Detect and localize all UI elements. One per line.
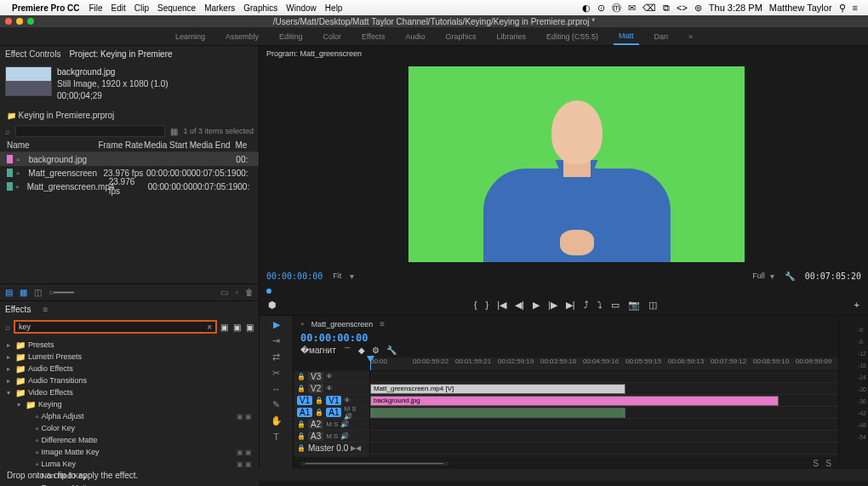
minimize-icon[interactable] (16, 18, 23, 25)
track-row-master[interactable] (370, 443, 838, 455)
menu-file[interactable]: File (89, 3, 102, 13)
zoom-slider[interactable]: ○━━━━ (49, 288, 74, 297)
tab-effects[interactable]: Effects (5, 305, 31, 314)
effects-tree-item[interactable]: ▫Luma Key▣ ▣ (0, 458, 259, 470)
track-row-v3[interactable] (370, 371, 838, 383)
col-media-end[interactable]: Media End (190, 140, 236, 150)
freeform-icon[interactable]: ◫ (34, 288, 42, 297)
status-icon[interactable]: ⓜ (612, 2, 621, 14)
workspace-tab[interactable]: Editing (CS5.5) (541, 29, 603, 44)
track-row-a2[interactable] (370, 419, 838, 431)
sequence-name[interactable]: Matt_greenscreen (311, 320, 374, 329)
status-icon[interactable]: ✉ (628, 3, 636, 14)
go-out-icon[interactable]: ▶| (566, 300, 575, 311)
menu-sequence[interactable]: Sequence (157, 3, 196, 13)
project-row[interactable]: ▫background.jpg00: (0, 152, 259, 166)
mark-out-icon[interactable]: } (486, 300, 489, 310)
wifi-icon[interactable]: ⊚ (694, 3, 702, 14)
selection-tool-icon[interactable]: ▶ (273, 319, 280, 330)
workspace-tab[interactable]: Graphics (440, 29, 481, 44)
effects-tree-item[interactable]: ▸📁Presets (0, 339, 259, 351)
track-row-v1[interactable]: background.jpg (370, 395, 838, 407)
traffic-lights[interactable] (5, 18, 34, 25)
status-icon[interactable]: ⌫ (642, 3, 656, 14)
workspace-tab[interactable]: Color (318, 29, 347, 44)
menu-edit[interactable]: Edit (111, 3, 126, 13)
project-row[interactable]: ▫Matt_greenscreen.mp423.976 fps00:00:00:… (0, 180, 259, 193)
track-master[interactable]: 🔒Master 0.0▶◀ (294, 443, 369, 455)
fx-badge-icon[interactable]: ▣ (233, 323, 241, 332)
track-v2[interactable]: 🔒V2👁 (294, 383, 369, 395)
workspace-tab[interactable]: Learning (170, 29, 210, 44)
type-tool-icon[interactable]: T (273, 432, 279, 442)
wrench-icon[interactable]: 🔧 (785, 272, 795, 281)
link-icon[interactable]: ⌒ (343, 346, 351, 357)
new-bin-icon[interactable]: ▭ (220, 288, 228, 297)
workspace-tab[interactable]: Dan (649, 29, 674, 44)
workspace-tab[interactable]: Effects (357, 29, 390, 44)
track-row-v2[interactable]: Matt_greenscreen.mp4 [V] (370, 383, 838, 395)
clip-still[interactable]: background.jpg (370, 396, 779, 406)
program-timecode[interactable]: 00:00:00:00 (266, 272, 323, 281)
effects-tree-item[interactable]: ▫Remove Matte (0, 482, 259, 486)
timeline-timecode[interactable]: 00:00:00:00 (300, 332, 368, 344)
fx-badge-icon[interactable]: ▣ (246, 323, 254, 332)
settings-icon[interactable]: ⚙ (372, 346, 380, 357)
clip-thumbnail[interactable] (5, 66, 52, 96)
track-row-a3[interactable] (370, 431, 838, 443)
effects-search-input[interactable] (19, 323, 207, 331)
trash-icon[interactable]: 🗑 (245, 288, 254, 297)
effects-tree-item[interactable]: ▫Difference Matte (0, 434, 259, 446)
step-fwd-icon[interactable]: |▶ (548, 300, 557, 311)
extract-icon[interactable]: ⤵ (597, 300, 602, 310)
track-row-a1[interactable] (370, 407, 838, 419)
spotlight-icon[interactable]: ⚲ (839, 3, 846, 14)
status-icon[interactable]: ◐ (582, 3, 591, 14)
clear-search-icon[interactable]: × (207, 323, 212, 332)
app-name[interactable]: Premiere Pro CC (12, 3, 79, 13)
col-me[interactable]: Me (235, 140, 252, 150)
program-viewport[interactable] (408, 66, 745, 262)
pen-tool-icon[interactable]: ✎ (272, 399, 280, 410)
effects-tree-item[interactable]: ▸📁Lumetri Presets (0, 351, 259, 363)
fx-badge-icon[interactable]: ▣ (220, 323, 228, 332)
col-name[interactable]: Name (7, 140, 98, 150)
marker-icon[interactable]: ◆ (358, 346, 365, 357)
col-framerate[interactable]: Frame Rate (98, 140, 144, 150)
track-v3[interactable]: 🔒V3👁 (294, 371, 369, 383)
effects-tree-item[interactable]: ▫Image Matte Key▣ ▣ (0, 446, 259, 458)
workspace-tab[interactable]: Libraries (491, 29, 531, 44)
menu-help[interactable]: Help (325, 3, 343, 13)
tab-effect-controls[interactable]: Effect Controls (5, 49, 60, 59)
snap-icon[interactable]: �магнит (300, 346, 336, 357)
button-editor-icon[interactable]: + (854, 300, 859, 310)
clip-video[interactable]: Matt_greenscreen.mp4 [V] (370, 384, 625, 394)
effects-tree-item[interactable]: ▾📁Keying (0, 398, 259, 410)
fit-dropdown[interactable]: Fit (333, 272, 341, 280)
camera-icon[interactable]: 📷 (628, 300, 640, 311)
play-icon[interactable]: ▶ (533, 300, 540, 311)
maximize-icon[interactable] (27, 18, 34, 25)
bin-icon[interactable]: ▦ (170, 127, 178, 136)
new-item-icon[interactable]: ▫ (235, 288, 238, 297)
user-name[interactable]: Matthew Taylor (769, 3, 832, 13)
mark-in-icon[interactable]: { (474, 300, 477, 310)
status-icon[interactable]: ⊙ (597, 3, 605, 14)
col-media-start[interactable]: Media Start (144, 140, 190, 150)
hand-tool-icon[interactable]: ✋ (271, 415, 283, 426)
effects-tree-item[interactable]: ▾📁Video Effects (0, 386, 259, 398)
compare-icon[interactable]: ◫ (648, 300, 657, 311)
effects-tree-item[interactable]: ▸📁Audio Effects (0, 363, 259, 375)
export-frame-icon[interactable]: ▭ (611, 300, 620, 311)
menu-window[interactable]: Window (286, 3, 317, 13)
go-in-icon[interactable]: |◀ (497, 300, 506, 311)
workspace-overflow-icon[interactable]: » (683, 29, 698, 44)
tab-project[interactable]: Project: Keying in Premiere (69, 49, 172, 59)
workspace-tab[interactable]: Assembly (220, 29, 264, 44)
status-icon[interactable]: ⧉ (663, 3, 670, 14)
resolution-dropdown[interactable]: Full (752, 272, 765, 280)
effects-tree-item[interactable]: ▸📁Audio Transitions (0, 375, 259, 386)
menu-icon[interactable]: ≡ (853, 3, 858, 13)
bin-name[interactable]: Keying in Premiere.prproj (19, 111, 115, 120)
wrench-icon[interactable]: 🔧 (386, 346, 397, 357)
